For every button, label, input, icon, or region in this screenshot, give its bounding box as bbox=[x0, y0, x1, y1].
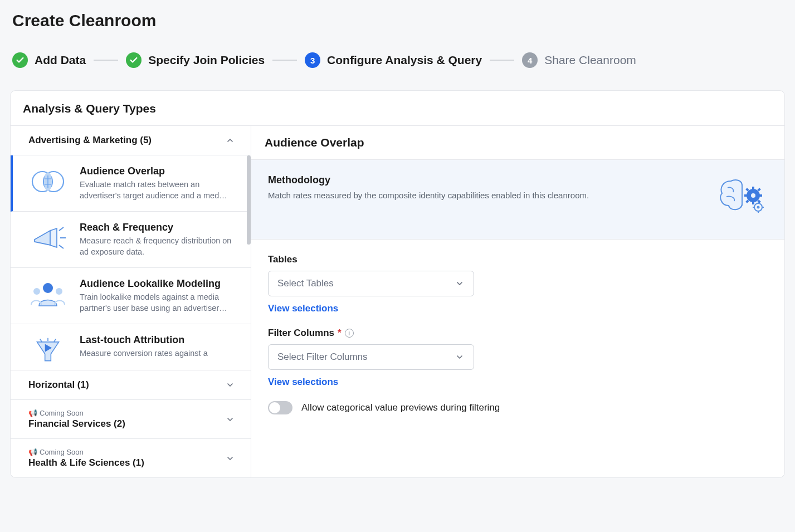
svg-point-21 bbox=[751, 193, 755, 198]
select-placeholder: Select Tables bbox=[277, 278, 334, 289]
category-label: Horizontal (1) bbox=[28, 379, 89, 391]
methodology-box: Methodology Match rates measured by the … bbox=[251, 160, 784, 240]
svg-rect-24 bbox=[744, 194, 748, 197]
coming-soon-badge: 📢Coming Soon bbox=[28, 448, 144, 456]
category-label: Advertising & Marketing (5) bbox=[28, 135, 152, 146]
svg-point-13 bbox=[56, 288, 62, 295]
category-advertising-marketing[interactable]: Advertising & Marketing (5) bbox=[11, 126, 251, 155]
people-icon bbox=[26, 278, 70, 310]
brain-gear-icon bbox=[714, 174, 768, 220]
page-title: Create Cleanroom bbox=[12, 11, 787, 30]
step-label: Add Data bbox=[35, 53, 86, 67]
svg-rect-25 bbox=[759, 194, 762, 197]
stepper: Add Data Specify Join Policies 3 Configu… bbox=[12, 52, 787, 68]
svg-marker-7 bbox=[50, 228, 57, 247]
category-sidebar: Advertising & Marketing (5) bbox=[11, 126, 251, 477]
svg-point-31 bbox=[757, 206, 760, 209]
check-icon bbox=[12, 52, 28, 68]
filter-columns-view-selections-link[interactable]: View selections bbox=[268, 377, 338, 388]
detail-panel: Audience Overlap Methodology Match rates… bbox=[251, 126, 784, 477]
step-share-cleanroom[interactable]: 4 Share Cleanroom bbox=[522, 52, 636, 68]
chevron-down-icon bbox=[455, 279, 465, 289]
analysis-item-title: Reach & Frequency bbox=[80, 222, 238, 233]
required-asterisk: * bbox=[338, 328, 342, 339]
tables-select[interactable]: Select Tables bbox=[268, 271, 474, 296]
step-label: Configure Analysis & Query bbox=[327, 53, 482, 67]
info-icon[interactable]: i bbox=[345, 329, 354, 338]
svg-rect-23 bbox=[752, 201, 754, 204]
select-placeholder: Select Filter Columns bbox=[277, 352, 368, 363]
analysis-item-desc: Measure reach & frequency distribution o… bbox=[80, 236, 238, 257]
svg-point-12 bbox=[33, 288, 40, 295]
category-label: Financial Services (2) bbox=[28, 418, 125, 429]
analysis-item-audience-overlap[interactable]: Audience Overlap Evaluate match rates be… bbox=[11, 155, 251, 212]
analysis-list: Audience Overlap Evaluate match rates be… bbox=[11, 155, 251, 370]
step-configure-analysis[interactable]: 3 Configure Analysis & Query bbox=[305, 52, 482, 68]
analysis-item-lookalike[interactable]: Audience Lookalike Modeling Train lookal… bbox=[11, 268, 251, 324]
section-title: Analysis & Query Types bbox=[23, 102, 772, 115]
analysis-item-desc: Evaluate match rates between an advertis… bbox=[80, 179, 238, 201]
svg-rect-22 bbox=[752, 187, 754, 190]
detail-title: Audience Overlap bbox=[251, 126, 784, 160]
analysis-card: Analysis & Query Types Advertising & Mar… bbox=[10, 90, 785, 478]
category-horizontal[interactable]: Horizontal (1) bbox=[11, 370, 251, 400]
svg-line-8 bbox=[59, 227, 64, 231]
svg-line-10 bbox=[59, 245, 64, 248]
filter-columns-label: Filter Columns bbox=[268, 328, 334, 339]
step-connector bbox=[94, 60, 118, 61]
toggle-label: Allow categorical value previews during … bbox=[301, 402, 500, 413]
allow-previews-toggle[interactable] bbox=[268, 401, 292, 414]
step-number-icon: 4 bbox=[522, 52, 538, 68]
step-join-policies[interactable]: Specify Join Policies bbox=[126, 52, 265, 68]
analysis-item-title: Last-touch Attribution bbox=[80, 334, 208, 346]
coming-soon-badge: 📢Coming Soon bbox=[28, 409, 125, 417]
analysis-item-reach-frequency[interactable]: Reach & Frequency Measure reach & freque… bbox=[11, 212, 251, 268]
step-connector bbox=[490, 60, 514, 61]
funnel-icon bbox=[26, 334, 70, 367]
step-number-icon: 3 bbox=[305, 52, 320, 68]
chevron-down-icon bbox=[225, 380, 235, 390]
toggle-knob bbox=[269, 402, 280, 413]
analysis-item-title: Audience Lookalike Modeling bbox=[80, 278, 238, 290]
category-health-life[interactable]: 📢Coming Soon Health & Life Sciences (1) bbox=[11, 439, 251, 477]
methodology-heading: Methodology bbox=[268, 174, 589, 186]
tables-view-selections-link[interactable]: View selections bbox=[268, 303, 338, 314]
svg-point-11 bbox=[43, 283, 53, 293]
tables-label: Tables bbox=[268, 254, 768, 265]
step-label: Specify Join Policies bbox=[148, 53, 265, 67]
step-label: Share Cleanroom bbox=[544, 53, 636, 67]
chevron-up-icon bbox=[225, 135, 235, 145]
svg-marker-6 bbox=[35, 231, 50, 245]
svg-marker-14 bbox=[37, 342, 58, 361]
step-add-data[interactable]: Add Data bbox=[12, 52, 86, 68]
chevron-down-icon bbox=[225, 414, 235, 424]
megaphone-icon bbox=[26, 222, 70, 254]
chevron-down-icon bbox=[225, 453, 235, 463]
category-label: Health & Life Sciences (1) bbox=[28, 457, 144, 468]
category-financial-services[interactable]: 📢Coming Soon Financial Services (2) bbox=[11, 400, 251, 439]
scrollbar-thumb[interactable] bbox=[247, 155, 251, 245]
chevron-down-icon bbox=[455, 352, 465, 362]
analysis-item-desc: Measure conversion rates against a bbox=[80, 348, 208, 359]
methodology-text: Match rates measured by the composite id… bbox=[268, 191, 589, 200]
step-connector bbox=[272, 60, 297, 61]
analysis-item-last-touch[interactable]: Last-touch Attribution Measure conversio… bbox=[11, 324, 251, 370]
venn-icon bbox=[26, 165, 70, 198]
analysis-item-desc: Train lookalike models against a media p… bbox=[80, 292, 238, 314]
analysis-item-title: Audience Overlap bbox=[80, 165, 238, 177]
check-icon bbox=[126, 52, 142, 68]
filter-columns-select[interactable]: Select Filter Columns bbox=[268, 344, 474, 370]
